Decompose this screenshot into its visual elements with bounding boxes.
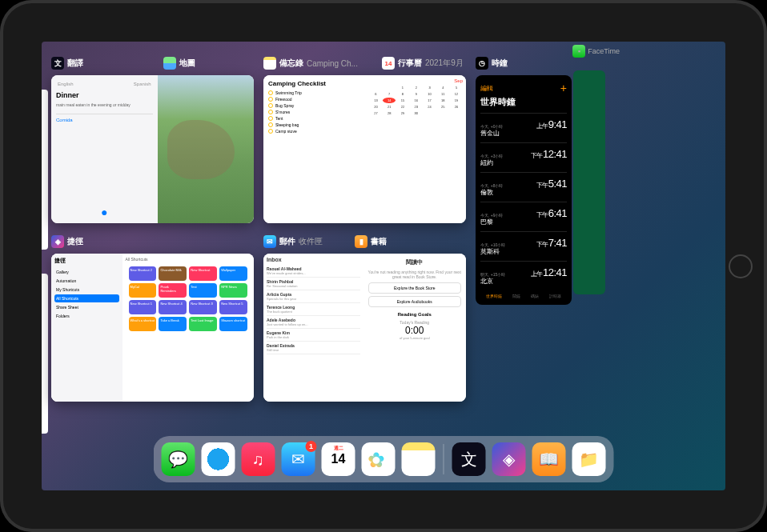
dock-app-messages[interactable]: 💬 bbox=[162, 442, 195, 476]
shortcuts-sidebar: 捷徑 GalleryAutomationMy ShortcutsAll Shor… bbox=[51, 254, 122, 402]
calendar-icon: 14 bbox=[382, 57, 395, 70]
calendar-pane: Sep 123456789101112131415161718192021222… bbox=[367, 75, 467, 223]
dock-app-translate[interactable]: 文 bbox=[452, 442, 486, 476]
dock-app-photos[interactable] bbox=[362, 442, 396, 476]
shortcuts-side-item: Share Sheet bbox=[54, 303, 119, 311]
shortcuts-icon: ◈ bbox=[51, 235, 64, 248]
facetime-icon: ▪ bbox=[572, 45, 585, 58]
card-shortcuts[interactable]: 捷徑 GalleryAutomationMy ShortcutsAll Shor… bbox=[51, 254, 254, 402]
shortcut-tile: NPR News bbox=[219, 283, 247, 298]
app-label-translate: 文 翻譯 bbox=[51, 57, 83, 70]
world-clock-title: 世界時鐘 bbox=[480, 96, 567, 108]
shortcut-tile: New Shortcut 3 bbox=[189, 300, 217, 314]
notes-item: Bug Spray bbox=[268, 103, 362, 108]
card-group-translate-maps: 文 翻譯 地圖 English bbox=[51, 56, 254, 223]
books-pane: 閱讀中 You're not reading anything right no… bbox=[363, 254, 467, 402]
card-clock[interactable]: 編輯 + 世界時鐘 今天, +0小時舊金山上午9:41今天, +3小時紐約下午1… bbox=[476, 75, 572, 305]
app-label-notes: 備忘錄 Camping Ch... bbox=[263, 57, 358, 70]
world-clock-row: 今天, +9小時巴黎下午6:41 bbox=[480, 202, 567, 231]
dock-app-notes[interactable] bbox=[402, 442, 436, 476]
card-mail-books[interactable]: Inbox Raouel Al-WaheedWe've made great s… bbox=[263, 254, 466, 402]
dock-app-books[interactable]: 📖 bbox=[532, 442, 566, 476]
world-clock-row: 今天, +10小時莫斯科下午7:41 bbox=[480, 231, 567, 261]
world-clock-row: 明天, +15小時北京上午12:41 bbox=[480, 261, 567, 290]
shortcuts-side-item: All Shortcuts bbox=[54, 294, 119, 302]
shortcut-tile: New Shortcut 5 bbox=[219, 300, 247, 314]
dock-app-shortcuts[interactable]: ◈ bbox=[492, 442, 526, 476]
dock-app-music[interactable]: ♫ bbox=[242, 442, 275, 476]
dock: 💬♫✉︎1週二14 文◈📖📁 bbox=[154, 436, 614, 482]
clock-tabs: 世界時鐘鬧鐘碼錶計時器 bbox=[480, 294, 567, 298]
dock-app-safari[interactable] bbox=[202, 442, 235, 476]
notes-item: S'mores bbox=[268, 110, 362, 114]
card-notes-calendar[interactable]: Camping Checklist Swimming TripFirewoodB… bbox=[263, 75, 466, 223]
mail-item: Raouel Al-WaheedWe've made great strides… bbox=[267, 265, 360, 278]
badge: 1 bbox=[306, 441, 317, 452]
clock-icon: ◷ bbox=[476, 57, 488, 70]
shortcuts-side-item: Automation bbox=[54, 277, 119, 285]
mail-item: Eugene KimPark in the dark bbox=[267, 329, 360, 342]
shortcut-tile: MyCal bbox=[129, 283, 157, 298]
explore-bookstore-button: Explore the Book Store bbox=[368, 282, 462, 294]
dock-app-calendar[interactable]: 週二14 bbox=[322, 442, 355, 476]
app-label-clock: ◷ 時鐘 bbox=[476, 57, 508, 70]
shortcut-tile: Chocolate Milk bbox=[159, 266, 187, 281]
dock-app-files[interactable]: 📁 bbox=[572, 442, 606, 476]
clock-tab: 鬧鐘 bbox=[512, 294, 520, 298]
shortcuts-side-item: Gallery bbox=[54, 268, 119, 276]
shortcuts-pane: 捷徑 GalleryAutomationMy ShortcutsAll Shor… bbox=[51, 254, 254, 402]
translate-word: Dinner bbox=[56, 91, 153, 99]
cards-area: 文 翻譯 地圖 English bbox=[51, 56, 716, 420]
world-clock-row: 今天, +3小時紐約下午12:41 bbox=[480, 142, 567, 172]
shortcut-tile: New Shortcut 1 bbox=[129, 300, 157, 314]
translate-pane: English Spanish Dinner main meal eaten i… bbox=[51, 75, 158, 223]
mail-item: Adele AsebedoJust wanted to follow up on… bbox=[267, 316, 360, 329]
app-label-books: ▮ 書籍 bbox=[355, 235, 387, 248]
clock-add-icon: + bbox=[560, 82, 567, 94]
clock-edit-button: 編輯 bbox=[480, 84, 493, 93]
app-switcher: 文 翻譯 地圖 English bbox=[42, 42, 725, 490]
shortcut-tile: Take a Break bbox=[159, 317, 187, 331]
app-label-calendar: 14 行事曆 2021年9月 bbox=[382, 57, 464, 70]
card-group-notes-calendar: 備忘錄 Camping Ch... 14 行事曆 2021年9月 C bbox=[263, 56, 466, 223]
shortcut-tile: Wallpaper bbox=[219, 266, 247, 281]
shortcut-tile: Prank Reminders bbox=[159, 283, 187, 298]
shortcut-tile: New Shortcut 4 bbox=[159, 300, 187, 314]
world-clock-row: 今天, +0小時舊金山上午9:41 bbox=[480, 113, 567, 142]
notes-item: Sleeping bag bbox=[268, 122, 362, 127]
shortcut-tile: New Shortcut bbox=[189, 266, 217, 281]
screen: 文 翻譯 地圖 English bbox=[42, 42, 725, 490]
ipad-frame: 文 翻譯 地圖 English bbox=[0, 0, 767, 532]
world-clock-row: 今天, +8小時倫敦下午5:41 bbox=[480, 172, 567, 202]
dock-app-mail[interactable]: ✉︎1 bbox=[282, 442, 315, 476]
card-group-clock-facetime: ◷ 時鐘 ▪ FaceTime 編輯 + 世界時鐘 bbox=[476, 56, 596, 305]
books-icon: ▮ bbox=[355, 235, 367, 248]
mail-item: Shirin PishbalRe: Seasonal rotation bbox=[267, 278, 360, 290]
notes-item: Tent bbox=[268, 116, 362, 121]
shortcut-tile: Test bbox=[189, 283, 217, 298]
app-label-maps: 地圖 bbox=[163, 57, 195, 70]
mail-item: Arlicia GuptaSpecials for this year bbox=[267, 290, 360, 303]
shortcuts-side-item: Folders bbox=[54, 312, 119, 320]
app-label-shortcuts: ◈ 捷徑 bbox=[51, 235, 83, 248]
card-group-mail-books: ✉︎ 郵件 收件匣 ▮ 書籍 Inbox bbox=[263, 234, 466, 402]
shortcut-tile: What's a shortcut bbox=[129, 317, 157, 331]
app-label-mail: ✉︎ 郵件 收件匣 bbox=[263, 235, 323, 248]
clock-tab: 世界時鐘 bbox=[486, 294, 502, 298]
home-button[interactable] bbox=[729, 254, 753, 278]
translate-result: Comida bbox=[56, 114, 153, 122]
mail-item: Terence LeongThe back quotient bbox=[267, 303, 360, 316]
maps-icon bbox=[163, 57, 176, 70]
maps-pane bbox=[158, 75, 255, 223]
explore-audiobooks-button: Explore Audiobooks bbox=[368, 296, 462, 307]
mail-pane: Inbox Raouel Al-WaheedWe've made great s… bbox=[263, 254, 363, 402]
card-translate-maps[interactable]: English Spanish Dinner main meal eaten i… bbox=[51, 75, 254, 223]
notes-item: Camp stove bbox=[268, 129, 362, 134]
card-group-shortcuts: ◈ 捷徑 捷徑 GalleryAutomationMy ShortcutsAll… bbox=[51, 234, 254, 402]
clock-tab: 碼錶 bbox=[531, 294, 539, 298]
notes-item: Firewood bbox=[268, 97, 362, 102]
shortcut-tile: Text Last Image bbox=[189, 317, 217, 331]
app-label-facetime: ▪ FaceTime bbox=[572, 45, 620, 58]
card-facetime-behind[interactable] bbox=[573, 70, 605, 294]
mail-icon: ✉︎ bbox=[263, 235, 276, 248]
